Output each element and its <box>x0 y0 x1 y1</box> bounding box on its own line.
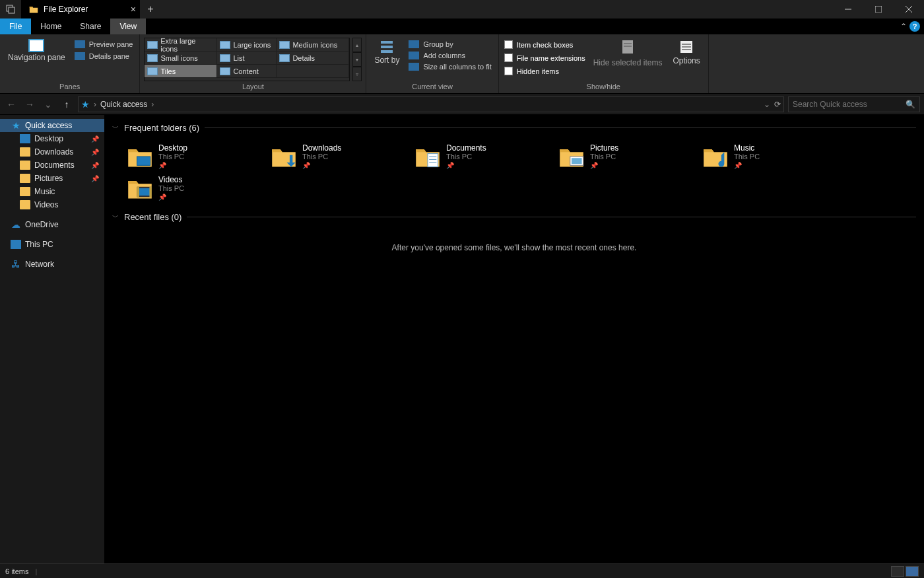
folder-location: This PC <box>734 153 760 161</box>
navigation-pane: ★Quick access Desktop📌 Downloads📌 Docume… <box>0 115 104 563</box>
layout-scroll[interactable]: ▴▾▿ <box>352 38 362 81</box>
preview-pane-button[interactable]: Preview pane <box>72 39 136 50</box>
svg-rect-13 <box>682 44 691 45</box>
folder-tile-documents[interactable]: DocumentsThis PC📌 <box>412 141 556 172</box>
menu-file[interactable]: File <box>0 18 31 34</box>
folder-name: Documents <box>446 143 486 153</box>
sidebar-this-pc[interactable]: This PC <box>0 238 104 251</box>
frequent-folders-tiles: DesktopThis PC📌DownloadsThis PC📌Document… <box>104 135 924 209</box>
layout-content[interactable]: Content <box>217 65 277 78</box>
svg-rect-18 <box>428 154 438 167</box>
folder-tile-desktop[interactable]: DesktopThis PC📌 <box>124 141 268 172</box>
pictures-icon <box>20 174 30 183</box>
svg-rect-3 <box>875 6 882 13</box>
recent-locations-button[interactable]: ⌄ <box>41 97 55 112</box>
multitask-icon[interactable] <box>0 0 21 18</box>
sidebar-documents[interactable]: Documents📌 <box>0 159 104 172</box>
add-columns-button[interactable]: Add columns <box>406 50 494 61</box>
forward-button[interactable]: → <box>22 97 37 112</box>
breadcrumb-sep2: › <box>151 100 154 109</box>
frequent-folders-header[interactable]: ﹀ Frequent folders (6) <box>104 120 924 135</box>
minimize-button[interactable] <box>833 0 863 18</box>
layout-list[interactable]: List <box>217 52 277 65</box>
folder-tile-videos[interactable]: VideosThis PC📌 <box>124 172 268 204</box>
hide-selected-button[interactable]: Hide selected items <box>589 38 667 69</box>
folder-icon <box>271 143 297 170</box>
svg-rect-26 <box>137 187 139 198</box>
folder-location: This PC <box>446 153 486 161</box>
layout-extra-large[interactable]: Extra large icons <box>145 38 217 52</box>
sidebar-pictures[interactable]: Pictures📌 <box>0 172 104 185</box>
folder-name: Downloads <box>302 143 341 153</box>
desktop-icon <box>20 134 30 143</box>
folder-name: Desktop <box>158 143 187 153</box>
breadcrumb-location[interactable]: Quick access <box>100 100 147 109</box>
sidebar-network[interactable]: 🖧Network <box>0 258 104 271</box>
pin-icon: 📌 <box>158 162 187 169</box>
downloads-icon <box>20 147 30 157</box>
search-box[interactable]: Search Quick access 🔍 <box>788 96 920 112</box>
svg-rect-1 <box>9 7 15 13</box>
menu-view[interactable]: View <box>110 18 146 34</box>
sidebar-quick-access[interactable]: ★Quick access <box>0 119 104 132</box>
maximize-button[interactable] <box>863 0 894 18</box>
close-button[interactable] <box>894 0 924 18</box>
folder-icon <box>29 5 38 14</box>
details-view-button[interactable] <box>891 566 904 577</box>
svg-rect-6 <box>381 41 393 44</box>
back-button[interactable]: ← <box>4 97 18 112</box>
address-bar[interactable]: ★ › Quick access › ⌄ ⟳ <box>78 96 784 112</box>
new-tab-button[interactable]: + <box>140 0 161 18</box>
menu-home[interactable]: Home <box>31 18 71 34</box>
size-columns-button[interactable]: Size all columns to fit <box>406 61 494 72</box>
layout-small[interactable]: Small icons <box>145 52 217 65</box>
folder-icon <box>127 143 153 170</box>
folder-tile-music[interactable]: MusicThis PC📌 <box>700 141 843 172</box>
tab-title: File Explorer <box>44 5 88 14</box>
sidebar-music[interactable]: Music <box>0 185 104 198</box>
folder-location: This PC <box>302 153 341 161</box>
file-name-extensions-toggle[interactable]: File name extensions <box>503 52 587 63</box>
layout-medium[interactable]: Medium icons <box>277 38 349 52</box>
layout-large[interactable]: Large icons <box>217 38 277 52</box>
help-icon[interactable]: ? <box>909 21 920 32</box>
address-dropdown-icon[interactable]: ⌄ <box>764 100 770 109</box>
sidebar-videos[interactable]: Videos <box>0 198 104 211</box>
hidden-items-toggle[interactable]: Hidden items <box>503 65 587 77</box>
recent-files-header[interactable]: ﹀ Recent files (0) <box>104 209 924 225</box>
layout-tiles[interactable]: Tiles <box>145 65 217 78</box>
sidebar-onedrive[interactable]: ☁OneDrive <box>0 218 104 231</box>
title-bar: File Explorer × + <box>0 0 924 18</box>
details-pane-button[interactable]: Details pane <box>72 51 136 61</box>
size-columns-icon <box>409 63 419 71</box>
group-by-button[interactable]: Group by <box>406 39 494 50</box>
collapse-ribbon-icon[interactable]: ⌃ <box>900 22 907 31</box>
item-check-boxes-toggle[interactable]: Item check boxes <box>503 39 587 50</box>
pin-icon: 📌 <box>158 194 184 201</box>
sidebar-downloads[interactable]: Downloads📌 <box>0 145 104 159</box>
navigation-pane-button[interactable]: Navigation pane <box>4 38 69 63</box>
svg-rect-8 <box>381 50 393 53</box>
up-button[interactable]: ↑ <box>59 97 74 112</box>
svg-rect-11 <box>624 46 632 47</box>
options-button[interactable]: Options <box>669 38 704 67</box>
pin-icon: 📌 <box>446 162 486 169</box>
refresh-icon[interactable]: ⟳ <box>774 100 781 109</box>
svg-rect-14 <box>682 46 691 48</box>
tiles-view-button[interactable] <box>906 566 919 577</box>
folder-tile-downloads[interactable]: DownloadsThis PC📌 <box>268 141 412 172</box>
svg-rect-10 <box>624 43 632 44</box>
tab-close-icon[interactable]: × <box>131 4 136 15</box>
videos-icon <box>20 200 30 209</box>
folder-location: This PC <box>158 153 187 161</box>
pin-icon: 📌 <box>91 135 99 143</box>
layout-details[interactable]: Details <box>277 52 349 65</box>
folder-tile-pictures[interactable]: PicturesThis PC📌 <box>556 141 700 172</box>
pin-icon: 📌 <box>734 162 760 169</box>
tab-file-explorer[interactable]: File Explorer × <box>21 0 140 18</box>
sidebar-desktop[interactable]: Desktop📌 <box>0 132 104 145</box>
sort-by-button[interactable]: Sort by <box>370 38 403 66</box>
group-label-panes: Panes <box>4 81 135 92</box>
menu-share[interactable]: Share <box>71 18 110 34</box>
folder-name: Pictures <box>590 143 618 153</box>
